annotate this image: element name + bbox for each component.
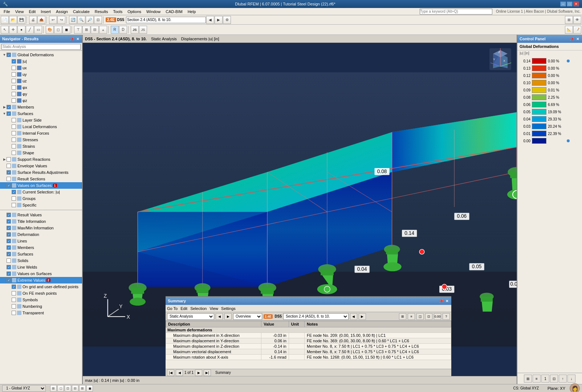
bp-goto[interactable]: Go To xyxy=(167,306,178,311)
tree-cb-values-on-surfaces2[interactable]: ✓ xyxy=(7,271,11,276)
tree-cb-surface-results-adjustments[interactable]: ✓ xyxy=(7,170,11,175)
tree-expand-solids[interactable] xyxy=(2,258,7,263)
bp-prev2[interactable]: ◀ xyxy=(350,313,357,320)
cp-icon1[interactable]: ⊞ xyxy=(524,375,532,383)
tree-cb-transparent[interactable] xyxy=(12,311,16,315)
tree-cb-local-deformations[interactable] xyxy=(12,124,16,129)
cp-icon3[interactable]: 1 xyxy=(541,375,549,383)
tree-expand-symbols[interactable] xyxy=(7,298,12,302)
tb-annotate[interactable]: 📝 xyxy=(573,26,581,34)
tree-cb-phiz[interactable] xyxy=(12,98,16,103)
tb-zoom-in[interactable]: 🔍 xyxy=(77,16,85,24)
tb-front-view[interactable]: ⊞ xyxy=(82,26,90,34)
tree-item-lines[interactable]: ✓Lines xyxy=(0,238,82,244)
tb-node[interactable]: ● xyxy=(17,26,25,34)
tree-cb-result-values[interactable]: ✓ xyxy=(7,213,11,217)
tb-fit[interactable]: ⊡ xyxy=(94,16,102,24)
bp-prev[interactable]: ◀ xyxy=(216,313,223,320)
tb-save[interactable]: 💾 xyxy=(17,16,25,24)
tb-prev-section[interactable]: ◀ xyxy=(206,16,214,24)
window-controls[interactable]: ─ □ ✕ xyxy=(560,1,579,7)
cp-icon4[interactable]: ⊡ xyxy=(550,375,558,383)
tree-cb-shape[interactable] xyxy=(12,151,16,155)
table-row[interactable]: Maximum vectorial displacement0.14 inMem… xyxy=(166,349,451,355)
tree-expand-global-deformations[interactable]: ▼ xyxy=(2,53,7,57)
bp-next3[interactable]: ▶ xyxy=(195,369,202,376)
tree-expand-phix[interactable] xyxy=(7,85,12,90)
tb-select[interactable]: ↖ xyxy=(1,26,9,34)
tb-side-view[interactable]: ⊟ xyxy=(91,26,99,34)
tb-next-section[interactable]: ▶ xyxy=(215,16,223,24)
tb-redo[interactable]: ↪ xyxy=(57,16,65,24)
summary-pin[interactable]: 📌 xyxy=(438,299,444,303)
minimize-button[interactable]: ─ xyxy=(560,1,566,7)
table-row[interactable]: Maximum displacement in Z-direction-0.14… xyxy=(166,344,451,349)
menu-edit[interactable]: Edit xyxy=(27,9,38,15)
bp-icon3[interactable]: ◫ xyxy=(416,313,424,320)
tree-cb-line-welds[interactable]: ✓ xyxy=(7,265,11,269)
cp-close[interactable]: ✕ xyxy=(575,37,580,41)
menu-view[interactable]: View xyxy=(13,9,26,15)
tree-item-global-deformations[interactable]: ▼✓Global Deformations xyxy=(0,52,82,58)
tree-item-shape[interactable]: Shape xyxy=(0,150,82,156)
tree-item-uy[interactable]: uy xyxy=(0,71,82,78)
tb-js2[interactable]: JS xyxy=(139,26,147,34)
tb-3d-view[interactable]: ⟁ xyxy=(99,26,107,34)
keyword-search[interactable] xyxy=(420,9,492,15)
menu-tools[interactable]: Tools xyxy=(111,9,125,15)
tree-cb-surfaces2[interactable]: ✓ xyxy=(7,252,11,256)
tree-item-deformation[interactable]: ✓Deformation xyxy=(0,231,82,238)
tree-item-extreme-values[interactable]: ✓Extreme Values2 xyxy=(0,277,82,283)
tree-expand-surfaces[interactable]: ▼ xyxy=(2,111,7,116)
tb-pointer[interactable]: ✛ xyxy=(9,26,17,34)
tree-cb-internal-forces[interactable] xyxy=(12,131,16,135)
status-btn1[interactable]: ⊞ xyxy=(50,385,57,392)
tb-render[interactable]: 🎨 xyxy=(46,26,54,34)
tree-item-values-on-surfaces2[interactable]: ✓Values on Surfaces xyxy=(0,270,82,277)
tree-cb-maxmin-information[interactable]: ✓ xyxy=(7,226,11,230)
tree-cb-stresses[interactable] xyxy=(12,138,16,142)
nav-close-btn[interactable]: ✕ xyxy=(76,37,80,41)
tree-cb-solids[interactable] xyxy=(7,258,11,263)
tree-item-support-reactions[interactable]: ▶Support Reactions xyxy=(0,156,82,163)
tb-measure[interactable]: 📐 xyxy=(565,26,573,34)
tree-item-specific[interactable]: Specific xyxy=(0,202,82,208)
bp-first[interactable]: |◀ xyxy=(167,369,174,376)
tree-cb-on-fe-mesh[interactable] xyxy=(12,291,16,295)
tree-cb-groups[interactable] xyxy=(12,196,16,201)
tree-expand-extreme-values[interactable] xyxy=(2,278,7,282)
tree-item-members2[interactable]: ✓Members xyxy=(0,244,82,251)
tree-cb-phix[interactable] xyxy=(12,85,16,90)
status-view-select[interactable]: 1 - Global XYZ xyxy=(2,385,46,392)
tree-cb-deformation[interactable]: ✓ xyxy=(7,232,11,237)
tree-expand-maxmin-information[interactable] xyxy=(2,226,7,230)
menu-file[interactable]: File xyxy=(1,9,12,15)
status-btn6[interactable]: ◼ xyxy=(86,385,93,392)
tb-export[interactable]: 📤 xyxy=(37,16,45,24)
tree-cb-global-deformations[interactable]: ✓ xyxy=(7,53,11,57)
tree-item-local-deformations[interactable]: Local Deformations xyxy=(0,123,82,130)
tree-expand-uy[interactable] xyxy=(7,72,12,77)
status-btn3[interactable]: ⊡ xyxy=(65,385,71,392)
tb-section-settings[interactable]: ⚙ xyxy=(223,16,231,24)
tree-expand-lines[interactable] xyxy=(2,239,7,243)
tb-open[interactable]: 📂 xyxy=(9,16,17,24)
tree-expand-deformation[interactable] xyxy=(2,232,7,237)
table-row[interactable]: Maximum rotation about X-axis-1.6 mradFE… xyxy=(166,355,451,360)
tree-expand-surfaces2[interactable] xyxy=(2,252,7,256)
bp-edit[interactable]: Edit xyxy=(180,306,187,311)
tree-cb-result-sections[interactable] xyxy=(7,177,11,181)
section-combo[interactable] xyxy=(126,17,206,23)
bp-overview-select[interactable]: Overview xyxy=(233,313,262,320)
tree-item-numbering[interactable]: Numbering xyxy=(0,303,82,310)
tree-expand-support-reactions[interactable]: ▶ xyxy=(2,157,7,162)
tree-item-line-welds[interactable]: ✓Line Welds xyxy=(0,264,82,270)
tb-zoom-out[interactable]: 🔎 xyxy=(86,16,94,24)
tree-item-phix[interactable]: φx xyxy=(0,84,82,91)
tb-print[interactable]: 🖨 xyxy=(29,16,37,24)
tb-view-settings[interactable]: ⊞ xyxy=(565,16,573,24)
tree-expand-values-on-surfaces[interactable] xyxy=(2,183,7,188)
tree-expand-values-on-surfaces2[interactable] xyxy=(2,271,7,276)
tree-item-surfaces[interactable]: ▼✓Surfaces xyxy=(0,110,82,117)
bp-last[interactable]: ▶| xyxy=(204,369,211,376)
